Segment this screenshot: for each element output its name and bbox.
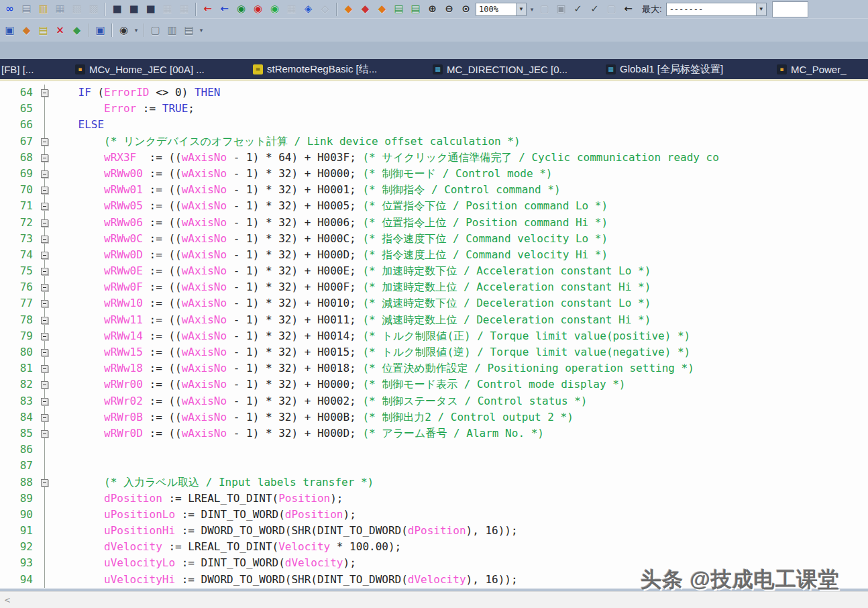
code-text: wRWw06 := ((wAxisNo - 1) * 32) + H0006; …	[52, 215, 868, 231]
fold-collapse-box[interactable]	[41, 170, 48, 178]
window-pin-icon[interactable]: ▤	[181, 23, 197, 38]
fold-collapse-box[interactable]	[41, 300, 48, 307]
st-editor-icon[interactable]: ◆	[69, 23, 85, 38]
code-text: wRWw00 := ((wAxisNo - 1) * 32) + H0000; …	[52, 166, 868, 182]
find-device-green-icon[interactable]: ◉	[233, 2, 249, 17]
check-program-icon[interactable]: ✓	[570, 2, 586, 17]
tab-label: MC_DIRECTION_JEC [0...	[447, 64, 567, 75]
st-code-editor[interactable]: 64 IF (ErrorID <> 0) THEN65 Error := TRU…	[0, 81, 868, 589]
cross-reference-icon[interactable]: ◆	[374, 2, 390, 17]
comment-dim-icon[interactable]: ▢	[537, 2, 552, 17]
code-text: ELSE	[52, 117, 868, 133]
monitor-mode-icon[interactable]: ▣	[93, 23, 108, 38]
toolbar-overflow-button[interactable]: ▾	[197, 23, 205, 38]
check-no-icon[interactable]: ×	[52, 23, 68, 38]
fold-collapse-box[interactable]	[41, 284, 48, 291]
monitor-read-icon[interactable]: ■	[126, 2, 142, 17]
main-program-icon[interactable]: ▣	[2, 23, 17, 38]
pou-icon: ▪	[75, 64, 85, 74]
online-monitor-icon[interactable]: ◈	[301, 2, 316, 17]
monitor-write-icon[interactable]: ■	[109, 2, 125, 17]
calc-dim-icon[interactable]: ▦	[284, 2, 299, 17]
monitor-verify-icon[interactable]: ■	[143, 2, 158, 17]
max-combobox[interactable]: -------▼	[666, 3, 767, 16]
label-editor-icon[interactable]: ▤	[36, 23, 51, 38]
tab-mc-power-[interactable]: ▪MC_Power_	[777, 59, 847, 79]
code-line: 81 wRWw18 := ((wAxisNo - 1) * 32) + H001…	[0, 360, 868, 376]
find-binoculars-icon[interactable]: ∞	[2, 2, 17, 17]
toolbar-overflow-button[interactable]: ▾	[132, 23, 140, 38]
tab-label: MCv_Home_JEC [00A] ...	[89, 64, 205, 75]
fold-margin	[38, 279, 52, 295]
device-write-icon[interactable]: ←	[200, 2, 215, 17]
doc-dim-icon[interactable]: ▧	[69, 2, 85, 17]
paste-icon[interactable]: ▥	[36, 2, 51, 17]
new-doc-icon[interactable]: ▦	[52, 2, 68, 17]
code-line: 73 wRWw0C := ((wAxisNo - 1) * 32) + H000…	[0, 231, 868, 247]
fold-collapse-box[interactable]	[41, 89, 48, 97]
fold-collapse-box[interactable]	[41, 252, 48, 259]
device-read-icon[interactable]: ←	[217, 2, 232, 17]
fold-collapse-box[interactable]	[41, 398, 48, 405]
help-dim-icon[interactable]: ▢	[604, 2, 619, 17]
zoom-out-icon[interactable]: ⊖	[441, 2, 457, 17]
line-number: 91	[0, 523, 38, 539]
find-device-red-icon[interactable]: ◉	[250, 2, 266, 17]
fold-collapse-box[interactable]	[41, 203, 48, 210]
tab-mc-direction-jec-0-[interactable]: ▦MC_DIRECTION_JEC [0...	[433, 59, 567, 79]
check-parameter-icon[interactable]: ✓	[587, 2, 602, 17]
rebuild-dim-icon[interactable]: ▦	[176, 2, 192, 17]
toolbar-separator	[336, 3, 337, 16]
step-run-icon[interactable]: ◆	[341, 2, 356, 17]
code-text: wRWw15 := ((wAxisNo - 1) * 32) + H0015; …	[52, 344, 868, 360]
toolbar-overflow-button[interactable]: ▾	[528, 2, 536, 17]
window-cascade-icon[interactable]: ▢	[148, 23, 163, 38]
fold-collapse-box[interactable]	[41, 268, 48, 275]
fb-instance-icon[interactable]: ◆	[19, 23, 34, 38]
device-display-dim-icon[interactable]: ▣	[553, 2, 569, 17]
fold-collapse-box[interactable]	[41, 479, 48, 487]
fold-collapse-box[interactable]	[41, 333, 48, 340]
fold-collapse-box[interactable]	[41, 236, 48, 243]
line-number: 94	[0, 572, 38, 588]
fold-collapse-box[interactable]	[41, 430, 48, 438]
step-stop-icon[interactable]: ◆	[358, 2, 373, 17]
code-line: 77 wRWw10 := ((wAxisNo - 1) * 32) + H001…	[0, 295, 868, 311]
watch-dim-icon[interactable]: ◇	[317, 2, 333, 17]
fold-margin	[38, 231, 52, 247]
fold-collapse-box[interactable]	[41, 219, 48, 227]
code-line: 76 wRWw0F := ((wAxisNo - 1) * 32) + H000…	[0, 279, 868, 295]
pou-icon: ▪	[777, 64, 787, 74]
fold-collapse-box[interactable]	[41, 381, 48, 389]
line-number: 84	[0, 409, 38, 425]
find-device-green2-icon[interactable]: ◉	[267, 2, 282, 17]
tab-stremoteregbasic-[interactable]: ≡stRemoteRegBasic [结...	[253, 59, 377, 79]
ladder-doc-icon[interactable]: ▤	[391, 2, 406, 17]
fold-collapse-box[interactable]	[41, 317, 48, 324]
find-replace-icon[interactable]: ◉	[116, 23, 131, 38]
window-tile-icon[interactable]: ▥	[164, 23, 180, 38]
build-dim-icon[interactable]: ▦	[160, 2, 175, 17]
fold-margin	[38, 215, 52, 231]
tab--fb-[interactable]: [FB] [...	[1, 59, 34, 79]
fold-collapse-box[interactable]	[41, 365, 48, 372]
jump-back-icon[interactable]: ←	[620, 2, 636, 17]
st-doc-icon[interactable]: ▤	[408, 2, 423, 17]
fold-collapse-box[interactable]	[41, 138, 48, 146]
zoom-select-icon[interactable]: ⊙	[458, 2, 474, 17]
max-combobox-dropdown-arrow[interactable]: ▼	[756, 3, 766, 15]
scroll-left-arrow[interactable]: <	[0, 595, 15, 605]
doc-dim2-icon[interactable]: ▨	[86, 2, 101, 17]
tab-mcv-home-jec-00a-[interactable]: ▪MCv_Home_JEC [00A] ...	[75, 59, 205, 79]
zoom-combobox[interactable]: 100%▼	[476, 3, 527, 16]
fold-collapse-box[interactable]	[41, 187, 48, 194]
code-line: 67 (* リンクデバイスのオフセット計算 / Link device offs…	[0, 134, 868, 150]
fold-collapse-box[interactable]	[41, 414, 48, 421]
line-number: 90	[0, 507, 38, 523]
zoom-combobox-dropdown-arrow[interactable]: ▼	[516, 3, 526, 15]
fold-collapse-box[interactable]	[41, 154, 48, 162]
copy-icon[interactable]: ▤	[19, 2, 34, 17]
tab-global1-[interactable]: ▦Global1 [全局标签设置]	[606, 59, 723, 79]
fold-collapse-box[interactable]	[41, 349, 48, 356]
zoom-in-icon[interactable]: ⊕	[425, 2, 440, 17]
